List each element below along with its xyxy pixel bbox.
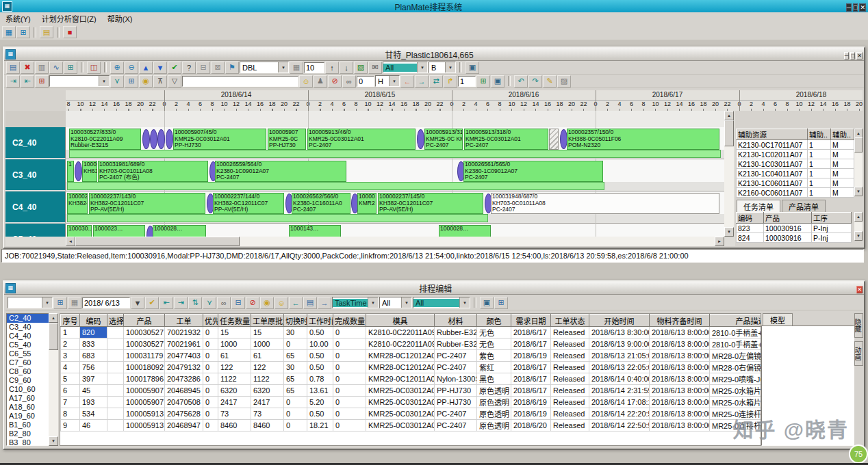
flag-icon[interactable]: ⚑ bbox=[225, 62, 239, 74]
cell[interactable]: 820 bbox=[80, 327, 107, 338]
worker-icon[interactable]: ♟ bbox=[314, 75, 327, 88]
task-bar[interactable]: 100030… bbox=[67, 225, 92, 237]
cell[interactable]: Released bbox=[551, 420, 589, 431]
tasktime-combo[interactable]: TaskTime bbox=[332, 297, 379, 308]
cell[interactable]: 0 bbox=[284, 397, 307, 408]
cell[interactable]: K2810-0C22011A09 bbox=[366, 327, 435, 338]
column-header[interactable]: 编码 bbox=[737, 213, 764, 224]
confirm-icon[interactable]: ✔ bbox=[145, 297, 159, 309]
funnel-icon[interactable]: ▽ bbox=[168, 75, 181, 88]
column-header[interactable]: 工单状态 bbox=[551, 315, 589, 327]
cell[interactable]: 2018/6/13 8:00:00 bbox=[650, 338, 710, 350]
task-bar[interactable]: 100002237/144/0KH382-0C12011C07PP-AV(5E/… bbox=[213, 193, 284, 214]
search-field[interactable] bbox=[182, 76, 298, 87]
machine-list-item[interactable]: A17_60 bbox=[7, 394, 49, 403]
setup-marker[interactable] bbox=[75, 161, 82, 181]
task-bar[interactable]: 100005907/45/0KMR25-0C03012A01PP-HJ730 bbox=[173, 129, 266, 150]
cell[interactable]: Released bbox=[551, 373, 589, 385]
cell[interactable]: 原色透明 bbox=[477, 385, 511, 397]
cell[interactable]: 0 bbox=[333, 385, 366, 397]
lock-icon[interactable]: ◉ bbox=[139, 75, 153, 88]
task-bar[interactable]: 100002237/143/0KH382-0C12011C07PP-AV(5E/… bbox=[89, 193, 205, 214]
scroll-up-button[interactable] bbox=[854, 129, 863, 138]
task-list-row[interactable]: 824100030916P-Inj bbox=[737, 233, 852, 243]
move-left-icon[interactable]: ← bbox=[400, 75, 414, 88]
cell[interactable]: K2130-1C02011A07 bbox=[737, 150, 808, 159]
date-dropdown-icon[interactable]: ▼ bbox=[131, 297, 144, 309]
chevron-down-icon[interactable] bbox=[389, 76, 399, 86]
link-icon[interactable]: ∞ bbox=[217, 297, 231, 309]
column-header[interactable]: 工作时间 bbox=[307, 315, 333, 327]
cell[interactable]: 20470508 bbox=[165, 397, 203, 408]
jump-icon[interactable]: ↱ bbox=[444, 75, 457, 88]
cell[interactable]: 8460 bbox=[251, 420, 284, 431]
horizontal-scrollbar-thumb[interactable] bbox=[75, 237, 240, 246]
cell[interactable]: Released bbox=[551, 385, 589, 397]
cell[interactable]: 2018/6/13 8:30:00 bbox=[589, 327, 650, 338]
cell[interactable]: 5 bbox=[61, 373, 80, 385]
cell[interactable]: 0.50 bbox=[307, 327, 333, 338]
chevron-down-icon[interactable] bbox=[42, 297, 52, 308]
cell[interactable]: 2018/6/13 8:00:00 bbox=[650, 420, 710, 431]
aux-resource-row[interactable]: K2130-1C03011A071M bbox=[737, 159, 854, 169]
cell[interactable]: 1 bbox=[808, 150, 831, 159]
cell[interactable]: 5.20 bbox=[307, 397, 333, 408]
cell[interactable]: 45 bbox=[80, 385, 107, 397]
cell[interactable]: 20468945 bbox=[165, 385, 203, 397]
cell[interactable]: 1122 bbox=[251, 373, 284, 385]
cell[interactable]: 65 bbox=[284, 373, 307, 385]
machine-list-item[interactable]: B1_60 bbox=[7, 421, 49, 429]
cell[interactable]: 13.61 bbox=[307, 385, 333, 397]
resource-combo[interactable]: All bbox=[413, 297, 470, 308]
unit-combo[interactable]: H bbox=[375, 75, 400, 87]
aux-scrollbar[interactable] bbox=[854, 129, 863, 196]
cell[interactable]: 2018/6/13 8:00:00 bbox=[650, 385, 710, 397]
cell[interactable]: 534 bbox=[80, 408, 107, 420]
column-header[interactable]: 选择 bbox=[107, 315, 124, 327]
cell[interactable]: 823 bbox=[737, 224, 764, 233]
maximize-button[interactable]: □ bbox=[853, 3, 858, 12]
task-row[interactable]: 36831000311792047740306161650.500KMR28-0… bbox=[61, 350, 762, 362]
mode-combo[interactable]: B bbox=[429, 62, 456, 73]
cell[interactable]: 20468947 bbox=[165, 420, 203, 431]
cell[interactable]: 2018/6/14 17:08:19 bbox=[589, 397, 650, 408]
cell[interactable]: 70021961 bbox=[165, 338, 203, 350]
setup-marker[interactable] bbox=[142, 129, 150, 149]
chevron-down-icon[interactable] bbox=[445, 62, 455, 72]
minimize-button[interactable]: ─ bbox=[846, 3, 852, 12]
column-header[interactable]: 颜色 bbox=[477, 315, 511, 327]
cell[interactable]: 0 bbox=[284, 420, 307, 431]
cell[interactable]: 0.78 bbox=[307, 373, 333, 385]
cell[interactable]: 2018/6/13 9:00:00 bbox=[589, 338, 650, 350]
cell[interactable]: 100030527 bbox=[124, 327, 165, 338]
cell[interactable]: 0 bbox=[203, 338, 218, 350]
cell[interactable]: 0 bbox=[333, 338, 366, 350]
cell[interactable]: 0 bbox=[203, 362, 218, 373]
filter-icon[interactable]: ⋎ bbox=[203, 297, 216, 309]
scale-combo[interactable]: DBL bbox=[240, 62, 289, 73]
task-bar[interactable]: 100004KH612 bbox=[82, 161, 97, 182]
clipboard-icon[interactable]: ▤ bbox=[6, 62, 20, 74]
day-plus-icon[interactable]: ⊟ bbox=[196, 62, 210, 74]
cell[interactable]: 原色透明 bbox=[477, 408, 511, 420]
task-row[interactable]: 4756100018092204791320122122300.500KMR28… bbox=[61, 362, 762, 373]
group-combo[interactable] bbox=[8, 297, 53, 308]
cell[interactable]: 0 bbox=[203, 420, 218, 431]
task-bar[interactable]: 100002357/150/0KH388-0C05011F06POM-N2320 bbox=[567, 129, 719, 150]
cell[interactable]: 2018/6/17 bbox=[511, 327, 551, 338]
cell[interactable]: 2018/6/13 22:05:00 bbox=[589, 362, 650, 373]
mail-icon[interactable]: ✉ bbox=[368, 62, 382, 74]
cell[interactable]: 65 bbox=[284, 385, 307, 397]
cell[interactable] bbox=[107, 385, 124, 397]
task-bar[interactable]: 100002237/145/0KH382-0C12011C07PP-AV(5E/… bbox=[378, 193, 483, 214]
task-bar[interactable]: 100005913/310KMR25-0C KMPC-2407 bbox=[424, 129, 463, 150]
cell[interactable]: 61 bbox=[218, 350, 251, 362]
move-right-icon[interactable]: → bbox=[415, 75, 429, 88]
cell[interactable]: 0 bbox=[333, 350, 366, 362]
column-header[interactable]: 产品描述 bbox=[710, 315, 762, 327]
chevron-down-icon[interactable] bbox=[401, 297, 411, 308]
cell[interactable]: 2018/6/20 bbox=[511, 420, 551, 431]
machine-list-item[interactable]: A18_60 bbox=[7, 403, 49, 412]
cell[interactable] bbox=[107, 350, 124, 362]
cell[interactable]: 0 bbox=[203, 373, 218, 385]
